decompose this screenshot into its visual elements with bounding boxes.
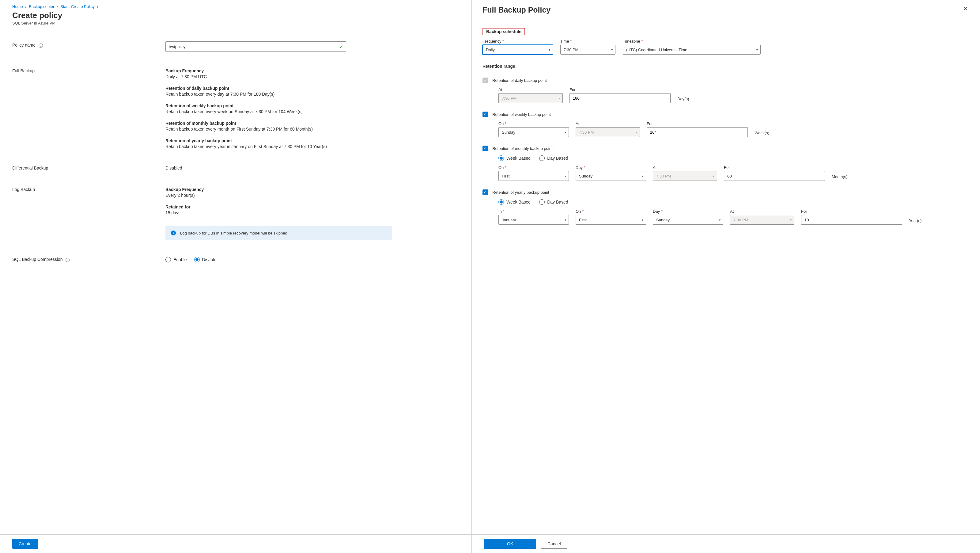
differential-backup-label: Differential Backup bbox=[12, 166, 165, 171]
breadcrumb: Home › Backup center › Start: Create Pol… bbox=[12, 4, 464, 9]
monthly-at-select: 7:30 PM▾ bbox=[653, 171, 717, 181]
info-icon[interactable]: i bbox=[38, 43, 43, 48]
ok-button[interactable]: OK bbox=[484, 539, 536, 549]
weekly-at-select: 7:30 PM▾ bbox=[576, 127, 640, 137]
frequency-select[interactable]: Daily▾ bbox=[482, 45, 553, 54]
chevron-down-icon: ▾ bbox=[558, 97, 560, 100]
panel-title: Full Backup Policy bbox=[482, 5, 550, 14]
sql-compression-label: SQL Backup Compression i bbox=[12, 257, 165, 262]
yearly-for-input[interactable] bbox=[801, 215, 902, 225]
weekly-on-select[interactable]: Sunday▾ bbox=[498, 127, 569, 137]
yearly-on-select[interactable]: First▾ bbox=[576, 215, 646, 225]
more-actions-icon[interactable]: ··· bbox=[67, 13, 73, 19]
breadcrumb-start[interactable]: Start: Create Policy bbox=[60, 4, 95, 9]
compression-enable-radio[interactable]: Enable bbox=[165, 257, 187, 262]
monthly-week-based-radio[interactable]: Week Based bbox=[498, 155, 531, 161]
monthly-on-select[interactable]: First▾ bbox=[498, 171, 569, 181]
chevron-down-icon: ▾ bbox=[719, 218, 721, 222]
chevron-down-icon: ▾ bbox=[713, 174, 714, 178]
info-banner: i Log backup for DBs in simple recovery … bbox=[165, 226, 392, 240]
differential-backup-value: Disabled bbox=[165, 166, 182, 171]
chevron-down-icon: ▾ bbox=[756, 48, 758, 51]
monthly-day-based-radio[interactable]: Day Based bbox=[539, 155, 568, 161]
info-icon[interactable]: i bbox=[65, 258, 70, 262]
chevron-down-icon: ▾ bbox=[565, 131, 566, 134]
create-button[interactable]: Create bbox=[12, 539, 38, 549]
chevron-down-icon: ▾ bbox=[549, 48, 550, 51]
backup-schedule-heading: Backup schedule bbox=[482, 28, 525, 35]
weekly-retention-label: Retention of weekly backup point bbox=[492, 112, 551, 117]
log-backup-label: Log Backup bbox=[12, 187, 165, 240]
compression-disable-radio[interactable]: Disable bbox=[194, 257, 216, 262]
chevron-down-icon: ▾ bbox=[642, 174, 643, 178]
breadcrumb-home[interactable]: Home bbox=[12, 4, 23, 9]
yearly-retention-label: Retention of yearly backup point bbox=[492, 190, 549, 194]
valid-check-icon: ✓ bbox=[339, 44, 343, 49]
yearly-at-select: 7:30 PM▾ bbox=[730, 215, 794, 225]
monthly-retention-checkbox[interactable]: ✓ bbox=[482, 146, 488, 151]
daily-for-input[interactable] bbox=[570, 93, 671, 103]
info-banner-icon: i bbox=[171, 231, 176, 236]
daily-at-select: 7:30 PM▾ bbox=[498, 93, 563, 103]
monthly-for-input[interactable] bbox=[724, 171, 825, 181]
time-select[interactable]: 7:30 PM▾ bbox=[560, 45, 616, 54]
breadcrumb-center[interactable]: Backup center bbox=[29, 4, 54, 9]
retention-range-heading: Retention range bbox=[482, 64, 968, 69]
yearly-day-select[interactable]: Sunday▾ bbox=[653, 215, 723, 225]
daily-retention-label: Retention of daily backup point bbox=[492, 78, 547, 83]
chevron-down-icon: ▾ bbox=[790, 218, 792, 222]
policy-name-input[interactable] bbox=[165, 41, 346, 52]
timezone-select[interactable]: (UTC) Coordinated Universal Time▾ bbox=[623, 45, 760, 54]
yearly-retention-checkbox[interactable]: ✓ bbox=[482, 190, 488, 195]
monthly-day-select[interactable]: Sunday▾ bbox=[576, 171, 646, 181]
chevron-down-icon: ▾ bbox=[642, 218, 643, 222]
weekly-retention-checkbox[interactable]: ✓ bbox=[482, 112, 488, 117]
full-backup-label: Full Backup bbox=[12, 69, 165, 149]
monthly-retention-label: Retention of monthly backup point bbox=[492, 146, 553, 151]
yearly-week-based-radio[interactable]: Week Based bbox=[498, 199, 531, 205]
page-title: Create policy bbox=[12, 11, 62, 20]
yearly-in-select[interactable]: January▾ bbox=[498, 215, 569, 225]
chevron-down-icon: ▾ bbox=[565, 174, 566, 178]
policy-name-label: Policy name i bbox=[12, 41, 165, 48]
chevron-down-icon: ▾ bbox=[611, 48, 613, 51]
cancel-button[interactable]: Cancel bbox=[541, 539, 567, 549]
yearly-day-based-radio[interactable]: Day Based bbox=[539, 199, 568, 205]
page-subtitle: SQL Server in Azure VM bbox=[12, 21, 464, 25]
chevron-down-icon: ▾ bbox=[565, 218, 566, 222]
weekly-for-input[interactable] bbox=[647, 127, 748, 137]
daily-retention-checkbox: ✓ bbox=[482, 78, 488, 83]
chevron-down-icon: ▾ bbox=[636, 131, 637, 134]
close-icon[interactable]: ✕ bbox=[963, 5, 968, 12]
